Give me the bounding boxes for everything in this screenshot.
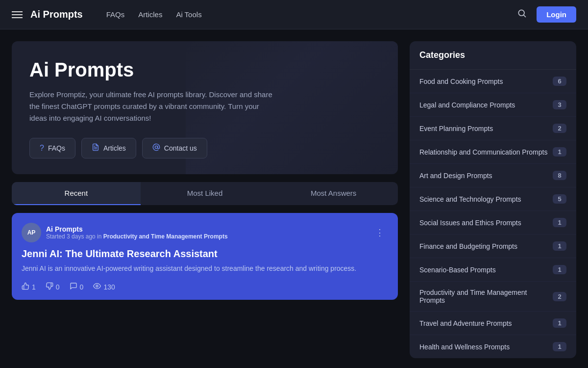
- category-item[interactable]: Event Planning Prompts 2: [410, 117, 576, 140]
- likes-stat: 1: [22, 282, 36, 292]
- category-name: Relationship and Communication Prompts: [419, 148, 547, 156]
- thumbs-up-icon: [22, 282, 29, 292]
- navbar-right: Login: [515, 6, 576, 23]
- hero-contact-button[interactable]: Contact us: [142, 138, 207, 158]
- category-name: Food and Cooking Prompts: [419, 78, 503, 85]
- tabs-bar: Recent Most Liked Most Answers: [12, 182, 398, 205]
- category-item[interactable]: Science and Technology Prompts 5: [410, 187, 576, 211]
- category-name: Art and Design Prompts: [419, 172, 492, 180]
- tab-most-liked[interactable]: Most Liked: [141, 182, 270, 205]
- category-item[interactable]: Relationship and Communication Prompts 1: [410, 140, 576, 164]
- post-stats: 1 0 0: [22, 282, 388, 292]
- tab-most-answers[interactable]: Most Answers: [269, 182, 398, 205]
- nav-articles[interactable]: Articles: [138, 10, 162, 19]
- category-name: Productivity and Time Management Prompts: [419, 289, 553, 304]
- category-count: 6: [553, 77, 566, 86]
- meta-prefix: Started 3 days ago in: [46, 233, 103, 240]
- category-item[interactable]: Food and Cooking Prompts 6: [410, 70, 576, 93]
- post-title: Jenni AI: The Ultimate Research Assistan…: [22, 248, 388, 260]
- category-item[interactable]: Legal and Compliance Prompts 3: [410, 93, 576, 117]
- hero-faqs-label: FAQs: [48, 144, 65, 152]
- hero-card: Ai Prompts Explore Promptiz, your ultima…: [12, 41, 398, 174]
- hero-articles-button[interactable]: Articles: [81, 138, 136, 158]
- login-button[interactable]: Login: [537, 6, 576, 23]
- author-info: Ai Prompts Started 3 days ago in Product…: [46, 225, 228, 240]
- author-meta: Started 3 days ago in Productivity and T…: [46, 233, 228, 240]
- category-count: 2: [553, 292, 566, 301]
- comments-stat: 0: [70, 282, 84, 292]
- category-count: 1: [553, 342, 566, 351]
- category-item[interactable]: Art and Design Prompts 8: [410, 164, 576, 187]
- dislikes-count: 0: [56, 283, 60, 291]
- post-description: Jenni AI is an innovative AI-powered wri…: [22, 263, 388, 274]
- category-name: Legal and Compliance Prompts: [419, 101, 515, 109]
- post-author: AP Ai Prompts Started 3 days ago in Prod…: [22, 223, 228, 242]
- tab-recent[interactable]: Recent: [12, 182, 141, 205]
- navbar-brand: Ai Prompts: [30, 9, 83, 20]
- at-icon: [152, 143, 160, 153]
- post-card: AP Ai Prompts Started 3 days ago in Prod…: [12, 213, 398, 300]
- category-item[interactable]: Health and Wellness Prompts 1: [410, 335, 576, 358]
- category-count: 1: [553, 241, 566, 251]
- category-item[interactable]: Finance and Budgeting Prompts 1: [410, 235, 576, 258]
- comment-icon: [70, 282, 77, 292]
- hero-articles-label: Articles: [103, 144, 126, 152]
- avatar: AP: [22, 223, 41, 242]
- hamburger-icon[interactable]: [12, 11, 23, 18]
- category-name: Health and Wellness Prompts: [419, 343, 510, 351]
- hero-description: Explore Promptiz, your ultimate free AI …: [29, 89, 274, 124]
- nav-faqs[interactable]: FAQs: [106, 10, 125, 19]
- hero-card-inner: Ai Prompts Explore Promptiz, your ultima…: [29, 59, 380, 158]
- category-name: Scenario-Based Prompts: [419, 266, 496, 274]
- categories-card: Categories Food and Cooking Prompts 6 Le…: [410, 41, 576, 358]
- category-name: Science and Technology Prompts: [419, 195, 521, 203]
- meta-category: Productivity and Time Management Prompts: [103, 233, 228, 240]
- comments-count: 0: [80, 283, 84, 291]
- question-icon: ?: [40, 144, 44, 153]
- category-count: 1: [553, 318, 566, 328]
- search-button[interactable]: [515, 6, 529, 23]
- navbar: Ai Prompts FAQs Articles Ai Tools Login: [0, 0, 588, 29]
- category-count: 2: [553, 124, 566, 133]
- author-name: Ai Prompts: [46, 225, 228, 233]
- svg-point-4: [155, 146, 157, 148]
- category-item[interactable]: Travel and Adventure Prompts 1: [410, 312, 576, 335]
- right-column: Categories Food and Cooking Prompts 6 Le…: [410, 41, 576, 358]
- hero-contact-label: Contact us: [164, 144, 197, 152]
- category-count: 1: [553, 218, 566, 227]
- left-column: Ai Prompts Explore Promptiz, your ultima…: [12, 41, 398, 300]
- thumbs-down-icon: [46, 282, 53, 292]
- post-menu-button[interactable]: ⋮: [371, 225, 388, 240]
- post-header: AP Ai Prompts Started 3 days ago in Prod…: [22, 223, 388, 242]
- hero-buttons: ? FAQs Articles: [29, 138, 380, 158]
- category-item[interactable]: Social Issues and Ethics Prompts 1: [410, 211, 576, 235]
- navbar-left: Ai Prompts FAQs Articles Ai Tools: [12, 9, 202, 20]
- likes-count: 1: [32, 283, 36, 291]
- categories-list: Food and Cooking Prompts 6 Legal and Com…: [410, 70, 576, 358]
- category-count: 8: [553, 171, 566, 180]
- dislikes-stat: 0: [46, 282, 60, 292]
- nav-ai-tools[interactable]: Ai Tools: [176, 10, 201, 19]
- categories-header: Categories: [410, 41, 576, 70]
- category-count: 5: [553, 194, 566, 204]
- hero-faqs-button[interactable]: ? FAQs: [29, 138, 75, 158]
- navbar-nav: FAQs Articles Ai Tools: [106, 10, 202, 19]
- views-stat: 130: [93, 282, 115, 292]
- svg-point-0: [519, 10, 525, 16]
- views-count: 130: [103, 283, 115, 291]
- category-count: 1: [553, 147, 566, 157]
- category-count: 1: [553, 265, 566, 274]
- category-name: Travel and Adventure Prompts: [419, 319, 512, 327]
- category-name: Social Issues and Ethics Prompts: [419, 219, 521, 227]
- category-item[interactable]: Scenario-Based Prompts 1: [410, 258, 576, 282]
- svg-line-1: [524, 15, 526, 17]
- hero-title: Ai Prompts: [29, 59, 380, 81]
- eye-icon: [93, 282, 101, 292]
- category-name: Finance and Budgeting Prompts: [419, 242, 517, 250]
- svg-point-5: [96, 285, 98, 287]
- document-icon: [92, 143, 99, 153]
- category-item[interactable]: Productivity and Time Management Prompts…: [410, 282, 576, 312]
- category-count: 3: [553, 100, 566, 109]
- main-layout: Ai Prompts Explore Promptiz, your ultima…: [0, 29, 588, 368]
- category-name: Event Planning Prompts: [419, 125, 493, 132]
